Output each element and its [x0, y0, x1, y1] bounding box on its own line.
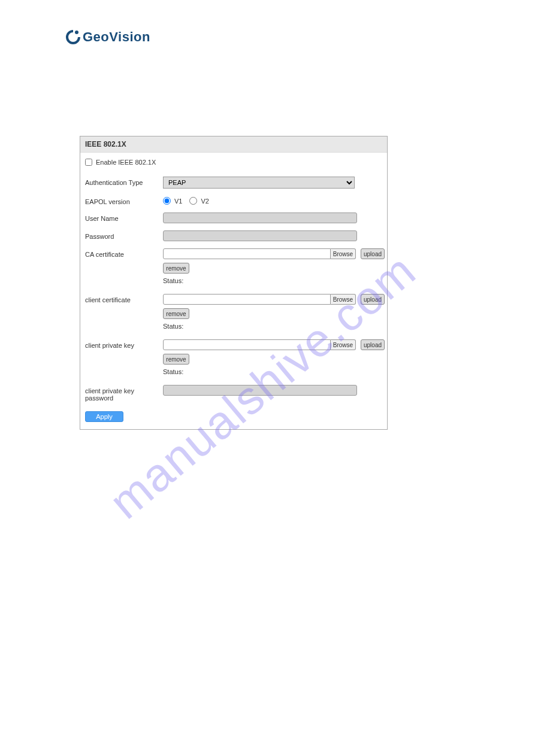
- ca-cert-upload-button[interactable]: upload: [361, 248, 385, 259]
- auth-type-label: Authentication Type: [85, 177, 163, 186]
- brand-logo-text: GeoVision: [83, 29, 150, 45]
- auth-type-select[interactable]: PEAP: [163, 177, 355, 189]
- eapol-v1-radio[interactable]: [163, 197, 171, 205]
- client-cert-upload-button[interactable]: upload: [361, 294, 385, 305]
- client-key-upload-button[interactable]: upload: [361, 339, 385, 350]
- brand-logo: GeoVision: [65, 29, 150, 45]
- password-input[interactable]: [163, 230, 357, 241]
- username-input[interactable]: [163, 212, 357, 223]
- password-label: Password: [85, 230, 163, 240]
- ca-cert-label: CA certificate: [85, 248, 163, 258]
- panel-title: IEEE 802.1X: [80, 136, 387, 153]
- client-key-pw-input[interactable]: [163, 385, 357, 396]
- eapol-v1-label: V1: [174, 198, 182, 205]
- ieee-8021x-panel: IEEE 802.1X Enable IEEE 802.1X Authentic…: [80, 136, 388, 430]
- client-cert-remove-button[interactable]: remove: [163, 308, 189, 319]
- client-key-pw-label: client private key password: [85, 385, 163, 402]
- client-key-remove-button[interactable]: remove: [163, 354, 189, 365]
- client-key-browse-button[interactable]: Browse: [331, 339, 356, 350]
- eapol-version-label: EAPOL version: [85, 196, 163, 205]
- ca-cert-status: Status:: [163, 277, 385, 284]
- client-key-file-display: [163, 339, 331, 350]
- eapol-v2-label: V2: [201, 198, 208, 205]
- client-key-label: client private key: [85, 339, 163, 349]
- enable-ieee-label: Enable IEEE 802.1X: [96, 159, 156, 166]
- ca-cert-remove-button[interactable]: remove: [163, 263, 189, 274]
- apply-button[interactable]: Apply: [85, 411, 123, 422]
- ca-cert-file-display: [163, 248, 331, 259]
- eapol-v2-radio[interactable]: [189, 197, 197, 205]
- client-cert-browse-button[interactable]: Browse: [331, 294, 356, 305]
- enable-ieee-checkbox[interactable]: [85, 159, 92, 166]
- client-cert-file-display: [163, 294, 331, 305]
- ca-cert-browse-button[interactable]: Browse: [331, 248, 356, 259]
- client-key-status: Status:: [163, 368, 385, 375]
- geovision-logo-icon: [65, 29, 81, 45]
- svg-point-0: [75, 31, 78, 34]
- username-label: User Name: [85, 212, 163, 222]
- client-cert-status: Status:: [163, 323, 385, 330]
- client-cert-label: client certificate: [85, 294, 163, 303]
